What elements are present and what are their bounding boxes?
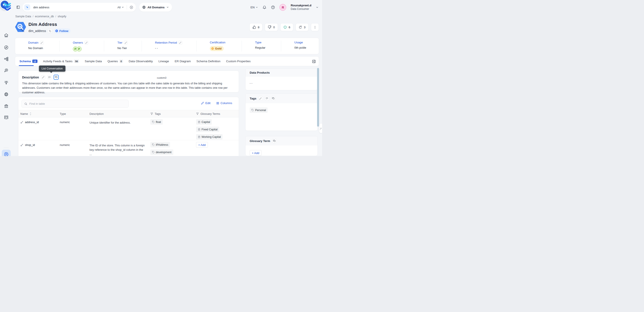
find-in-table-field[interactable] [22, 100, 129, 108]
idea-bulb-icon[interactable] [4, 80, 8, 85]
certification-badge[interactable]: Gold [210, 46, 224, 51]
global-search-bar[interactable]: dim address All [22, 3, 136, 12]
hidden-panel-handle[interactable] [319, 123, 322, 133]
likes-button[interactable]: 8 [250, 23, 262, 31]
edit-domain-icon[interactable] [40, 41, 44, 45]
tag-chip[interactable]: float [150, 119, 163, 125]
governance-bank-icon[interactable] [4, 104, 8, 108]
edit-owners-icon[interactable] [84, 41, 88, 45]
compass-icon[interactable] [4, 45, 8, 50]
user-identity[interactable]: Rounakpreet.d Data Consumer [290, 4, 312, 11]
add-glossary-term-button[interactable]: + Add [250, 150, 262, 156]
breadcrumb-item[interactable]: Sample Data [15, 15, 31, 18]
column-type: numeric [60, 140, 90, 156]
globe-nav-icon[interactable] [4, 92, 8, 97]
description-title: Description [22, 76, 39, 79]
collapse-side-panel-icon[interactable] [312, 59, 316, 64]
data-products-value: - - [246, 77, 318, 85]
search-scope-dropdown[interactable]: All [118, 6, 124, 9]
tag-icon [152, 121, 155, 123]
edit-description-icon[interactable] [41, 75, 45, 80]
column-header-glossary[interactable]: Glossary Terms [196, 112, 239, 115]
search-input[interactable]: dim address [33, 6, 118, 9]
tab-er-diagram[interactable]: ER Diagram [174, 60, 191, 63]
asset-tabs: Schema12 Activity Feeds & Tasks56 Sample… [15, 56, 319, 66]
tab-lineage[interactable]: Lineage [158, 60, 169, 63]
refresh-count-button[interactable]: 3 [296, 23, 308, 31]
meta-tier: Tier No Tier [104, 38, 142, 54]
more-actions-button[interactable] [311, 23, 319, 31]
page-scrollbar-thumb[interactable] [317, 68, 319, 127]
list-conversation-icon[interactable] [272, 139, 276, 143]
gear-icon [4, 152, 8, 156]
glossary-doc-icon [198, 121, 200, 123]
topbar-right-cluster: EN R Rounakpreet.d Data Consumer [250, 3, 318, 12]
copy-name-button[interactable] [48, 29, 52, 33]
workflow-icon[interactable] [4, 57, 8, 61]
tag-chip[interactable]: Personal [250, 107, 268, 113]
home-icon[interactable] [4, 33, 8, 38]
asset-actions: 8 0 6 3 [250, 23, 319, 31]
column-header-name[interactable]: Name [18, 112, 60, 115]
follow-star-icon [55, 29, 58, 33]
help-icon[interactable] [271, 5, 275, 10]
table-row[interactable]: address_id numeric Unique identifier for… [18, 117, 239, 140]
column-name: shop_id [25, 143, 35, 146]
ai-sparkle-icon [24, 5, 30, 10]
description-text: This dimension table contains the billin… [22, 81, 232, 95]
edit-tags-icon[interactable] [258, 96, 263, 101]
sidebar-toggle-icon[interactable] [16, 5, 20, 9]
column-header-tags[interactable]: Tags [150, 112, 196, 115]
tab-schema[interactable]: Schema12 [20, 60, 38, 63]
tab-sample-data[interactable]: Sample Data [85, 60, 102, 63]
chevron-down-icon[interactable] [316, 6, 318, 9]
meta-type: Type Regular [242, 38, 281, 54]
atlan-logo-icon[interactable] [4, 3, 11, 11]
settings-nav-item[interactable] [2, 150, 11, 156]
table-row[interactable]: shop_id numeric The ID of the store. Thi… [18, 140, 239, 156]
insights-icon[interactable] [4, 68, 8, 73]
dislikes-button[interactable]: 0 [265, 23, 278, 31]
all-domains-dropdown[interactable]: All Domains [139, 3, 172, 12]
reporting-book-icon[interactable] [4, 115, 8, 120]
tab-data-observability[interactable]: Data Observability [129, 60, 153, 63]
user-avatar[interactable]: R [280, 4, 286, 11]
meta-owners: Owners P P [60, 38, 104, 54]
edit-table-button[interactable]: Edit [201, 101, 210, 105]
owner-avatar[interactable]: P [76, 47, 82, 52]
tab-schema-definition[interactable]: Schema Definition [196, 60, 220, 63]
list-conversation-icon[interactable] [54, 75, 59, 80]
list-conversation-icon[interactable] [271, 96, 276, 101]
tab-custom-properties[interactable]: Custom Properties [226, 60, 250, 63]
add-glossary-term-button[interactable]: + Add [196, 142, 208, 148]
notifications-bell-icon[interactable] [262, 5, 266, 10]
suggestion-bubble-icon[interactable] [47, 75, 52, 80]
filter-funnel-icon[interactable] [150, 112, 153, 115]
tags-card: Tags Personal [245, 93, 318, 131]
primary-key-icon [20, 143, 24, 146]
tag-chip[interactable]: IPAddress [150, 142, 170, 147]
glossary-term-chip[interactable]: Capital [196, 119, 212, 125]
edit-tier-icon[interactable] [124, 41, 128, 45]
glossary-term-chip[interactable]: Working Capital [196, 134, 222, 139]
queries-count-button[interactable]: 6 [280, 23, 294, 31]
breadcrumb-item[interactable]: shopify [58, 15, 66, 18]
glossary-term-chip[interactable]: Fixed Capital [196, 127, 219, 132]
user-role: Data Consumer [290, 8, 312, 11]
sort-icon[interactable] [30, 112, 32, 115]
clear-search-icon[interactable] [130, 6, 133, 9]
tag-chip[interactable]: development [150, 149, 173, 155]
column-header-type[interactable]: Type [60, 112, 90, 115]
edit-retention-icon[interactable] [178, 41, 182, 45]
follow-button[interactable]: Follow [54, 29, 70, 33]
find-in-table-input[interactable] [29, 102, 126, 106]
language-dropdown[interactable]: EN [250, 6, 258, 9]
suggestion-bubble-icon[interactable] [265, 96, 269, 101]
column-header-description[interactable]: Description [90, 112, 150, 115]
tag-icon [252, 109, 254, 111]
columns-config-button[interactable]: Columns [216, 101, 232, 105]
filter-funnel-icon[interactable] [196, 112, 199, 115]
tab-activity-feeds[interactable]: Activity Feeds & Tasks56 [43, 60, 79, 63]
tab-queries[interactable]: Queries0 [108, 60, 123, 63]
breadcrumb-item[interactable]: ecommerce_db [35, 15, 54, 18]
